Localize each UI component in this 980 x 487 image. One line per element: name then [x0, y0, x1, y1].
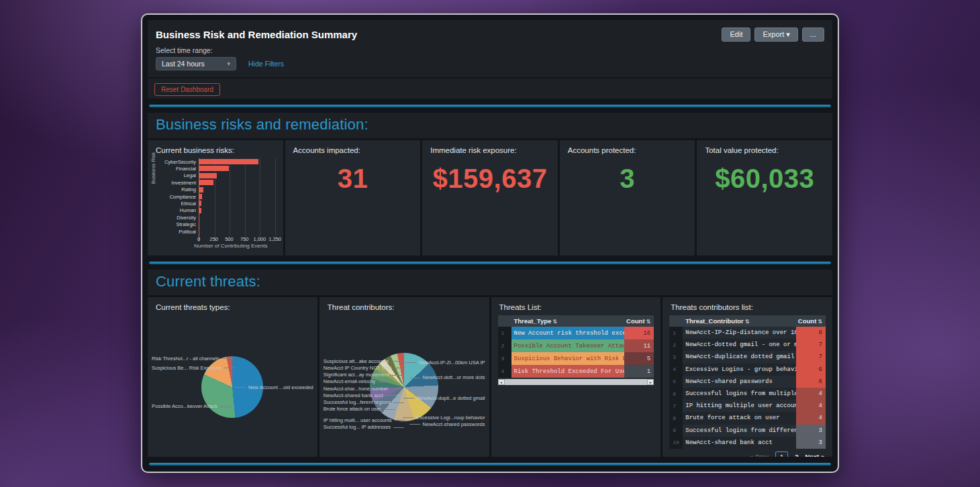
column-header-count[interactable]: Count⇅	[796, 317, 826, 325]
table-cell-label[interactable]: Successful logins from multiple IP addre…	[683, 388, 796, 400]
column-header-threat-type[interactable]: Threat_Type⇅	[511, 317, 625, 325]
table-row: 10NewAcct-shared bank acct3	[669, 437, 826, 449]
bar-category-label: Human	[158, 207, 199, 213]
row-number: 4	[498, 365, 511, 378]
bar-category-label: Investment	[158, 180, 199, 186]
threats-contributors-table: Threat_Contributor⇅ Count⇅ 1NewAcct-IP-Z…	[669, 315, 826, 449]
bar[interactable]	[199, 208, 201, 213]
kpi-value: 3	[560, 164, 695, 194]
pie-slice-label: Suspicious att...ake accounts	[324, 358, 402, 364]
table-cell-count[interactable]: 4	[796, 400, 826, 412]
column-header-count[interactable]: Count⇅	[624, 317, 654, 325]
edit-button[interactable]: Edit	[722, 28, 750, 42]
divider	[148, 457, 832, 471]
table-cell-count[interactable]: 3	[796, 425, 826, 437]
row-number: 4	[669, 364, 683, 376]
sort-icon: ⇅	[818, 319, 822, 325]
table-cell-count[interactable]: 6	[796, 364, 826, 376]
scroll-left-arrow[interactable]: ◂	[498, 379, 505, 385]
table-cell-count[interactable]: 3	[796, 437, 826, 449]
table-cell-label[interactable]: Possible Account Takeover Attack	[511, 339, 625, 352]
table-cell-label[interactable]: Brute force attack on user	[683, 412, 796, 424]
panel-title: Accounts protected:	[560, 140, 695, 157]
table-cell-count[interactable]: 6	[796, 376, 826, 388]
pie-slice-label: IP hitting multi... user accounts	[324, 417, 405, 423]
bar-chart-xlabel: Number of Contributing Events	[184, 243, 278, 249]
table-cell-count[interactable]: 16	[624, 327, 654, 339]
table-cell-count[interactable]: 7	[796, 339, 826, 351]
hide-filters-link[interactable]: Hide Filters	[248, 60, 284, 68]
x-tick-label: 500	[225, 236, 234, 242]
table-cell-label[interactable]: NewAcct-dotted gmail - one or more dots	[683, 339, 796, 351]
page-2-button[interactable]: 2	[795, 453, 798, 457]
table-cell-count[interactable]: 7	[796, 351, 826, 363]
table-cell-label[interactable]: Risk Threshold Exceeded For User - all c…	[511, 365, 625, 378]
table-cell-label[interactable]: New Account risk threshold exceeded	[511, 327, 625, 339]
table-cell-label[interactable]: Successful logins from different regions	[683, 425, 796, 437]
horizontal-scrollbar[interactable]: ◂ ▸	[498, 379, 654, 385]
row-number: 10	[669, 437, 683, 449]
bar[interactable]	[199, 159, 258, 164]
bar[interactable]	[199, 180, 213, 185]
bar[interactable]	[199, 173, 217, 178]
pie-slice-label: Brute force attack on user	[324, 406, 395, 412]
pie-slice-label: Risk Threshol...r - all channels	[152, 356, 233, 362]
panel-total-value-protected: Total value protected: $60,033	[697, 140, 832, 256]
bar[interactable]	[199, 201, 201, 206]
table-cell-label[interactable]: NewAcct-shared passwords	[683, 376, 796, 388]
sort-icon: ⇅	[552, 319, 557, 325]
bar[interactable]	[199, 166, 229, 171]
more-button[interactable]: ...	[802, 28, 824, 42]
table-cell-label[interactable]: NewAcct-shared bank acct	[683, 437, 796, 449]
pie-slice-label: New Account ...old exceeded	[235, 384, 313, 390]
column-header-threat-contributor[interactable]: Threat_Contributor⇅	[683, 317, 796, 325]
table-cell-count[interactable]: 8	[796, 327, 826, 339]
time-range-value: Last 24 hours	[162, 60, 205, 68]
table-row: 1New Account risk threshold exceeded16	[498, 327, 654, 339]
scroll-right-arrow[interactable]: ▸	[647, 379, 654, 385]
section-title: Business risks and remediation:	[156, 116, 369, 133]
reset-dashboard-button[interactable]: Reset Dashboard	[154, 83, 220, 96]
pie-slice-label: Suspicious Be... Risk Exposure	[152, 365, 235, 371]
bar[interactable]	[199, 187, 203, 193]
bar-chart-xticks: 02505007501,0001,250	[199, 235, 275, 241]
bar-category-label: Diversity	[158, 215, 199, 221]
x-tick-label: 1,250	[268, 236, 281, 242]
bar[interactable]	[199, 215, 199, 220]
table-cell-label[interactable]: Suspicious Behavior with Risk Exposure	[511, 352, 625, 365]
x-tick-label: 0	[197, 236, 200, 242]
row-number: 1	[669, 327, 683, 339]
table-cell-count[interactable]: 1	[624, 365, 654, 378]
row-number: 1	[498, 327, 511, 339]
table-row: 2NewAcct-dotted gmail - one or more dots…	[669, 339, 826, 351]
bar[interactable]	[199, 194, 202, 199]
bar-track	[199, 158, 275, 165]
panel-current-threats-types: Current threats types: Risk Threshol...r…	[148, 297, 317, 457]
table-cell-label[interactable]: NewAcct-IP-Zip-distance over 1000km USA …	[683, 327, 796, 339]
page-title: Business Risk and Remediation Summary	[156, 29, 357, 40]
pie-slice-label: NewAcct-shared passwords	[409, 421, 485, 427]
export-button[interactable]: Export ▾	[754, 28, 797, 42]
table-row: 1NewAcct-IP-Zip-distance over 1000km USA…	[669, 327, 826, 339]
next-page-button[interactable]: Next »	[805, 453, 824, 457]
current-page-button[interactable]: 1	[775, 451, 788, 457]
panel-title: Current business risks:	[148, 140, 283, 157]
table-cell-count[interactable]: 4	[796, 388, 826, 400]
kpi-value: 31	[285, 164, 421, 194]
table-cell-count[interactable]: 4	[796, 412, 826, 424]
table-cell-count[interactable]: 11	[624, 339, 654, 352]
bar-category-label: Ethical	[158, 201, 199, 207]
prev-page-button[interactable]: « Prev	[750, 453, 768, 457]
table-row: 9Successful logins from different region…	[669, 425, 826, 437]
table-row: 5NewAcct-shared passwords6	[669, 376, 826, 388]
table-cell-label[interactable]: NewAcct-duplicate dotted gmail	[683, 351, 796, 363]
pie-slice-label: NewAcct-IP-Zi...00km USA IP	[405, 360, 485, 366]
table-cell-count[interactable]: 5	[624, 352, 654, 365]
sort-icon: ⇅	[745, 319, 750, 325]
table-cell-label[interactable]: Excessive Logins - group behavior	[683, 364, 796, 376]
row-number: 2	[498, 339, 511, 352]
table-cell-label[interactable]: IP hitting multiple user accounts	[683, 400, 796, 412]
time-range-dropdown[interactable]: Last 24 hours ▾	[156, 57, 236, 70]
pie-chart-threat-types: Risk Threshol...r - all channelsSuspicio…	[148, 314, 317, 451]
bar-chart-ylabel: Business Risk	[150, 152, 156, 184]
